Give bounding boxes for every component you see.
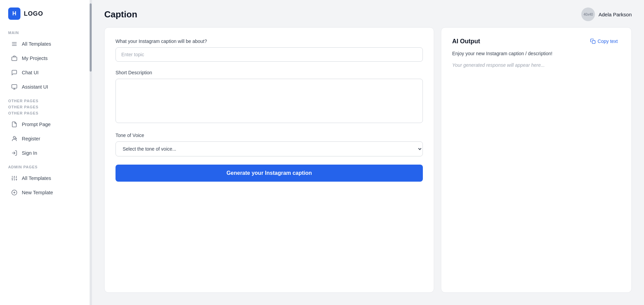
header: Caption 40x40 Adela Parkson <box>92 0 644 27</box>
chat-icon <box>11 69 18 76</box>
sidebar-item-label: Assistant UI <box>22 84 48 90</box>
tone-select[interactable]: Select the tone of voice... Professional… <box>116 141 423 156</box>
briefcase-icon <box>11 55 18 62</box>
sidebar-logo: H LOGO <box>0 0 92 26</box>
user-info: 40x40 Adela Parkson <box>581 7 632 21</box>
monitor-icon <box>11 83 18 90</box>
description-label: Short Description <box>116 70 423 75</box>
topic-input[interactable] <box>116 47 423 62</box>
tone-label: Tone of Voice <box>116 133 423 138</box>
generate-button[interactable]: Generate your Instagram caption <box>116 165 423 182</box>
sidebar-item-label: Prompt Page <box>22 122 51 127</box>
menu-icon <box>11 41 18 47</box>
sidebar-item-label: My Projects <box>22 56 48 61</box>
content-area: What your Instagram caption will be abou… <box>92 27 644 305</box>
sidebar-item-assistant-ui[interactable]: Assistant UI <box>3 80 89 94</box>
svg-rect-23 <box>592 41 595 44</box>
sidebar: H LOGO MAIN All Templates My Projects <box>0 0 92 305</box>
description-textarea[interactable] <box>116 79 423 123</box>
log-in-icon <box>11 150 18 156</box>
ai-output-title: AI Output <box>452 38 480 45</box>
copy-text-button[interactable]: Copy text <box>587 37 620 45</box>
main-section-label: MAIN <box>0 26 92 37</box>
description-group: Short Description <box>116 70 423 124</box>
sidebar-item-chat-ui[interactable]: Chat UI <box>3 66 89 79</box>
svg-rect-4 <box>12 85 17 88</box>
other-pages-label-2: OTHER PAGES <box>0 105 92 111</box>
sidebar-item-all-templates[interactable]: All Templates <box>3 37 89 51</box>
scrollbar-thumb[interactable] <box>90 3 92 72</box>
file-icon <box>11 121 18 128</box>
sidebar-item-admin-all-templates[interactable]: All Templates <box>3 171 89 185</box>
plus-circle-icon <box>11 189 18 196</box>
other-pages-label-1: OTHER PAGES <box>0 94 92 105</box>
main-content: Caption 40x40 Adela Parkson What your In… <box>92 0 644 305</box>
topic-group: What your Instagram caption will be abou… <box>116 39 423 62</box>
topic-label: What your Instagram caption will be abou… <box>116 39 423 44</box>
sidebar-item-label: Sign In <box>22 150 37 156</box>
sliders-icon <box>11 175 18 182</box>
page-title: Caption <box>104 9 137 20</box>
copy-icon <box>590 39 596 44</box>
user-plus-icon <box>11 135 18 142</box>
sidebar-item-register[interactable]: Register <box>3 132 89 146</box>
form-panel: What your Instagram caption will be abou… <box>104 27 434 293</box>
sidebar-item-sign-in[interactable]: Sign In <box>3 146 89 160</box>
sidebar-item-my-projects[interactable]: My Projects <box>3 51 89 65</box>
sidebar-item-new-template[interactable]: New Template <box>3 186 89 199</box>
logo-text: LOGO <box>24 10 43 17</box>
sidebar-item-prompt-page[interactable]: Prompt Page <box>3 118 89 131</box>
other-pages-label-3: OTHER PAGES <box>0 111 92 117</box>
ai-output-subtitle: Enjoy your new Instagram caption / descr… <box>452 51 620 56</box>
avatar: 40x40 <box>581 7 595 21</box>
sidebar-item-label: Chat UI <box>22 70 39 75</box>
sidebar-item-label: New Template <box>22 190 53 195</box>
ai-output-panel: AI Output Copy text Enjoy your new Insta… <box>441 27 632 293</box>
ai-output-header: AI Output Copy text <box>452 37 620 45</box>
svg-point-7 <box>13 136 15 138</box>
admin-section-label: ADMIN PAGES <box>0 160 92 171</box>
copy-text-label: Copy text <box>598 39 618 44</box>
ai-output-placeholder: Your generated response will appear here… <box>452 62 620 68</box>
sidebar-scrollbar[interactable] <box>90 0 92 305</box>
user-name: Adela Parkson <box>598 12 632 17</box>
svg-rect-3 <box>12 57 17 61</box>
tone-group: Tone of Voice Select the tone of voice..… <box>116 133 423 156</box>
sidebar-item-label: All Templates <box>22 176 51 181</box>
logo-icon: H <box>8 7 20 20</box>
sidebar-item-label: Register <box>22 136 40 141</box>
sidebar-item-label: All Templates <box>22 41 51 47</box>
